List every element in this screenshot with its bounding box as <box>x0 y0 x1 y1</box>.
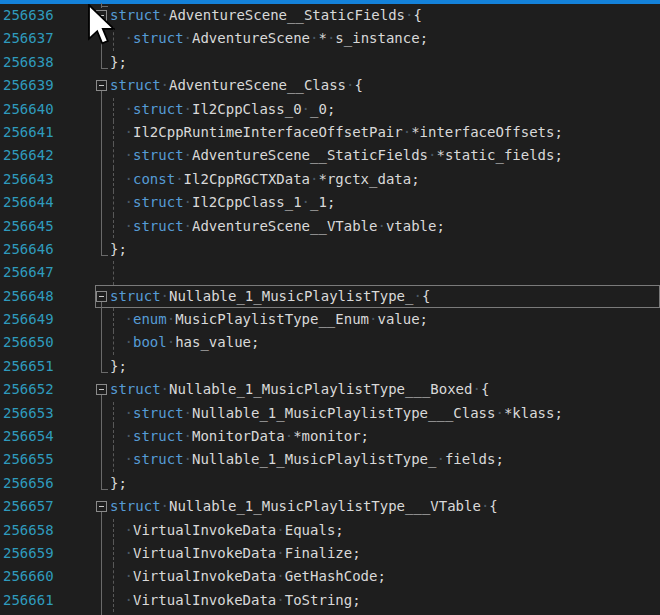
code-text[interactable]: }; <box>110 51 127 74</box>
line-number[interactable]: 256657 <box>3 495 54 518</box>
fold-scope-line <box>101 238 102 256</box>
code-lines-container[interactable]: 256636struct·AdventureScene__StaticField… <box>0 4 660 615</box>
fold-scope-line-end <box>101 372 108 373</box>
code-text[interactable]: struct·AdventureScene__Class·{ <box>110 74 363 97</box>
code-text[interactable]: }; <box>110 472 127 495</box>
line-number[interactable]: 256644 <box>3 191 54 214</box>
fold-scope-line <box>101 121 102 144</box>
indent-guide <box>113 261 114 284</box>
code-line[interactable]: 256639struct·AdventureScene__Class·{ <box>0 74 660 97</box>
code-line[interactable]: 256640·struct·Il2CppClass_0·_0; <box>0 98 660 121</box>
line-number[interactable]: 256637 <box>3 27 54 50</box>
code-line[interactable]: 256660·VirtualInvokeData·GetHashCode; <box>0 565 660 588</box>
code-text[interactable]: }; <box>110 238 127 261</box>
line-number[interactable]: 256646 <box>3 238 54 261</box>
mouse-cursor-icon <box>87 4 115 46</box>
code-line[interactable]: 256638}; <box>0 51 660 74</box>
fold-collapse-toggle[interactable] <box>96 501 107 512</box>
code-line[interactable]: 256648struct·Nullable_1_MusicPlaylistTyp… <box>0 285 660 308</box>
fold-scope-line <box>101 448 102 471</box>
fold-scope-line <box>101 331 102 354</box>
code-text[interactable]: ·struct·Nullable_1_MusicPlaylistType___C… <box>110 402 563 425</box>
code-text[interactable]: struct·Nullable_1_MusicPlaylistType___VT… <box>110 495 498 518</box>
code-line[interactable]: 256658·VirtualInvokeData·Equals; <box>0 519 660 542</box>
fold-scope-line <box>101 215 102 238</box>
line-number[interactable]: 256647 <box>3 261 54 284</box>
fold-scope-line <box>101 519 102 542</box>
line-number[interactable]: 256636 <box>3 4 54 27</box>
code-text[interactable]: ·bool·has_value; <box>110 331 259 354</box>
code-line[interactable]: 256644·struct·Il2CppClass_1·_1; <box>0 191 660 214</box>
code-line[interactable]: 256651}; <box>0 355 660 378</box>
fold-collapse-toggle[interactable] <box>96 291 107 302</box>
line-number[interactable]: 256654 <box>3 425 54 448</box>
code-text[interactable]: struct·AdventureScene__StaticFields·{ <box>110 4 422 27</box>
code-text[interactable]: ·struct·AdventureScene·*·s_instance; <box>110 27 428 50</box>
line-number[interactable]: 256642 <box>3 144 54 167</box>
line-number[interactable]: 256655 <box>3 448 54 471</box>
line-number[interactable]: 256640 <box>3 98 54 121</box>
fold-scope-line <box>101 425 102 448</box>
fold-collapse-toggle[interactable] <box>96 384 107 395</box>
fold-scope-line <box>101 168 102 191</box>
line-number[interactable]: 256661 <box>3 589 54 612</box>
line-number[interactable]: 256648 <box>3 285 54 308</box>
code-text[interactable]: ·struct·AdventureScene__VTable·vtable; <box>110 215 445 238</box>
line-number[interactable]: 256641 <box>3 121 54 144</box>
fold-scope-line <box>101 98 102 121</box>
line-number[interactable]: 256656 <box>3 472 54 495</box>
code-text[interactable]: ·const·Il2CppRGCTXData·*rgctx_data; <box>110 168 420 191</box>
code-line[interactable]: 256649·enum·MusicPlaylistType__Enum·valu… <box>0 308 660 331</box>
line-number[interactable]: 256651 <box>3 355 54 378</box>
fold-scope-line <box>101 402 102 425</box>
line-number[interactable]: 256639 <box>3 74 54 97</box>
code-line[interactable]: 256661·VirtualInvokeData·ToString; <box>0 589 660 612</box>
fold-scope-line <box>101 51 102 69</box>
fold-scope-line <box>101 308 102 331</box>
code-text[interactable]: ·VirtualInvokeData·Equals; <box>110 519 344 542</box>
code-text[interactable]: }; <box>110 355 127 378</box>
code-text[interactable]: ·VirtualInvokeData·GetHashCode; <box>110 565 386 588</box>
code-text[interactable]: ·struct·Il2CppClass_1·_1; <box>110 191 335 214</box>
code-editor[interactable]: 256636struct·AdventureScene__StaticField… <box>0 0 660 615</box>
code-line[interactable]: 256646}; <box>0 238 660 261</box>
line-number[interactable]: 256649 <box>3 308 54 331</box>
fold-scope-line <box>101 355 102 373</box>
code-line[interactable]: 256642·struct·AdventureScene__StaticFiel… <box>0 144 660 167</box>
line-number[interactable]: 256659 <box>3 542 54 565</box>
code-line[interactable]: 256643·const·Il2CppRGCTXData·*rgctx_data… <box>0 168 660 191</box>
line-number[interactable]: 256638 <box>3 51 54 74</box>
code-text[interactable]: ·struct·AdventureScene__StaticFields·*st… <box>110 144 563 167</box>
line-number[interactable]: 256643 <box>3 168 54 191</box>
line-number[interactable]: 256652 <box>3 378 54 401</box>
code-text[interactable]: ·enum·MusicPlaylistType__Enum·value; <box>110 308 428 331</box>
code-line[interactable]: 256653·struct·Nullable_1_MusicPlaylistTy… <box>0 402 660 425</box>
line-number[interactable]: 256660 <box>3 565 54 588</box>
code-text[interactable]: ·struct·Nullable_1_MusicPlaylistType_·fi… <box>110 448 504 471</box>
code-text[interactable]: struct·Nullable_1_MusicPlaylistType_·{ <box>110 285 430 308</box>
line-number[interactable]: 256645 <box>3 215 54 238</box>
code-text[interactable]: ·VirtualInvokeData·Finalize; <box>110 542 361 565</box>
line-number[interactable]: 256650 <box>3 331 54 354</box>
fold-scope-line <box>101 191 102 214</box>
fold-collapse-toggle[interactable] <box>96 80 107 91</box>
code-line[interactable]: 256645·struct·AdventureScene__VTable·vta… <box>0 215 660 238</box>
line-number[interactable]: 256658 <box>3 519 54 542</box>
code-line[interactable]: 256657struct·Nullable_1_MusicPlaylistTyp… <box>0 495 660 518</box>
code-line[interactable]: 256659·VirtualInvokeData·Finalize; <box>0 542 660 565</box>
code-line[interactable]: 256647 <box>0 261 660 284</box>
code-line[interactable]: 256650·bool·has_value; <box>0 331 660 354</box>
code-line[interactable]: 256654·struct·MonitorData·*monitor; <box>0 425 660 448</box>
code-text[interactable]: ·Il2CppRuntimeInterfaceOffsetPair·*inter… <box>110 121 563 144</box>
code-text[interactable]: struct·Nullable_1_MusicPlaylistType___Bo… <box>110 378 489 401</box>
code-line[interactable]: 256655·struct·Nullable_1_MusicPlaylistTy… <box>0 448 660 471</box>
code-line[interactable]: 256641·Il2CppRuntimeInterfaceOffsetPair·… <box>0 121 660 144</box>
fold-scope-line-end <box>101 68 108 69</box>
code-line[interactable]: 256656}; <box>0 472 660 495</box>
line-number[interactable]: 256653 <box>3 402 54 425</box>
code-text[interactable]: ·VirtualInvokeData·ToString; <box>110 589 361 612</box>
code-text[interactable]: ·struct·Il2CppClass_0·_0; <box>110 98 335 121</box>
code-text[interactable]: ·struct·MonitorData·*monitor; <box>110 425 369 448</box>
fold-scope-line <box>101 472 102 490</box>
code-line[interactable]: 256652struct·Nullable_1_MusicPlaylistTyp… <box>0 378 660 401</box>
